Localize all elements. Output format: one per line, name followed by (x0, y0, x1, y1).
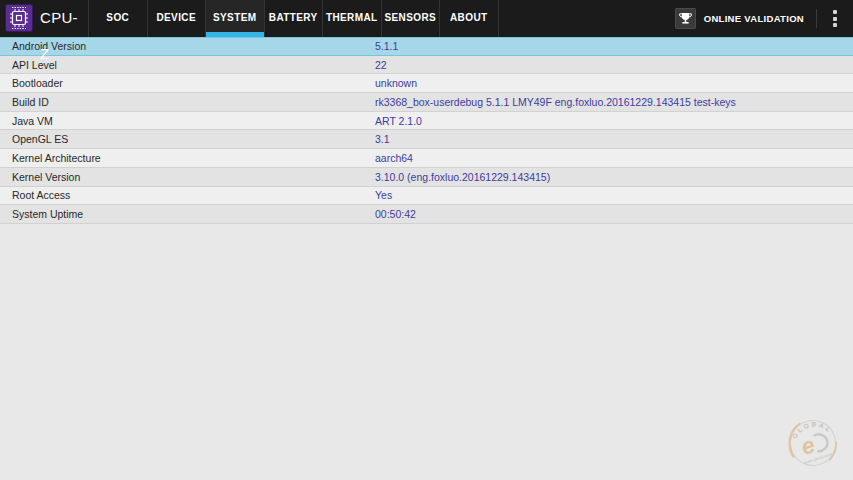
tab-thermal[interactable]: THERMAL (323, 0, 382, 37)
tab-about[interactable]: ABOUT (440, 0, 499, 37)
tab-device[interactable]: DEVICE (148, 0, 207, 37)
row-label: System Uptime (0, 208, 375, 220)
active-tab-indicator (206, 32, 264, 37)
tab-label: SENSORS (384, 12, 436, 23)
row-label: Bootloader (0, 77, 375, 89)
tab-sensors[interactable]: SENSORS (382, 0, 441, 37)
watermark-site-text: www.gecid.com (803, 451, 833, 465)
tab-battery[interactable]: BATTERY (265, 0, 324, 37)
trophy-icon (675, 8, 696, 29)
row-label: OpenGL ES (0, 133, 375, 145)
tab-soc[interactable]: SOC (89, 0, 148, 37)
online-validation-label: ONLINE VALIDATION (704, 13, 804, 24)
cpuz-app-icon (5, 4, 33, 32)
table-row[interactable]: System Uptime 00:50:42 (0, 205, 853, 224)
app-title: CPU-Z (40, 0, 86, 37)
online-validation-button[interactable]: ONLINE VALIDATION (663, 0, 816, 37)
row-value: 00:50:42 (375, 208, 416, 220)
table-row[interactable]: API Level 22 (0, 56, 853, 75)
tab-label: SOC (106, 12, 129, 23)
overflow-dot (833, 23, 837, 27)
row-label: Kernel Version (0, 171, 375, 183)
row-value: rk3368_box-userdebug 5.1.1 LMY49F eng.fo… (375, 96, 736, 108)
table-row[interactable]: Root Access Yes (0, 187, 853, 206)
overflow-dot (833, 17, 837, 21)
table-row[interactable]: Android Version 5.1.1 (0, 37, 853, 56)
row-label: Java VM (0, 115, 375, 127)
row-value: 22 (375, 59, 387, 71)
tab-label: ABOUT (450, 12, 488, 23)
tab-label: THERMAL (326, 12, 378, 23)
row-value: 3.10.0 (eng.foxluo.20161229.143415) (375, 171, 550, 183)
row-value: unknown (375, 77, 417, 89)
row-value: aarch64 (375, 152, 413, 164)
system-info-table: Android Version 5.1.1 API Level 22 Bootl… (0, 37, 853, 224)
row-value: Yes (375, 189, 392, 201)
table-row[interactable]: Kernel Version 3.10.0 (eng.foxluo.201612… (0, 168, 853, 187)
watermark-arc-text: GLOBAL (788, 415, 835, 446)
tab-label: DEVICE (156, 12, 196, 23)
overflow-menu-button[interactable] (817, 0, 853, 37)
row-label: Kernel Architecture (0, 152, 375, 164)
table-row[interactable]: Java VM ART 2.1.0 (0, 112, 853, 131)
watermark-letter: e (798, 431, 818, 460)
table-row[interactable]: Build ID rk3368_box-userdebug 5.1.1 LMY4… (0, 93, 853, 112)
table-row[interactable]: OpenGL ES 3.1 (0, 130, 853, 149)
row-label: Root Access (0, 189, 375, 201)
table-row[interactable]: Bootloader unknown (0, 74, 853, 93)
overflow-dot (833, 10, 837, 14)
gecid-watermark-logo: GLOBAL e www.gecid.com (776, 413, 850, 479)
tab-label: SYSTEM (213, 12, 257, 23)
table-row[interactable]: Kernel Architecture aarch64 (0, 149, 853, 168)
row-label: Android Version (0, 40, 375, 52)
row-value: 3.1 (375, 133, 390, 145)
row-value: ART 2.1.0 (375, 115, 422, 127)
tab-system[interactable]: SYSTEM (206, 0, 265, 37)
row-label: Build ID (0, 96, 375, 108)
row-value: 5.1.1 (375, 40, 398, 52)
tab-bar: SOC DEVICE SYSTEM BATTERY THERMAL SENSOR… (88, 0, 499, 37)
app-bar: CPU-Z SOC DEVICE SYSTEM BATTERY THERMAL … (0, 0, 853, 37)
tab-label: BATTERY (269, 12, 318, 23)
row-label: API Level (0, 59, 375, 71)
svg-text:GLOBAL: GLOBAL (788, 415, 835, 446)
